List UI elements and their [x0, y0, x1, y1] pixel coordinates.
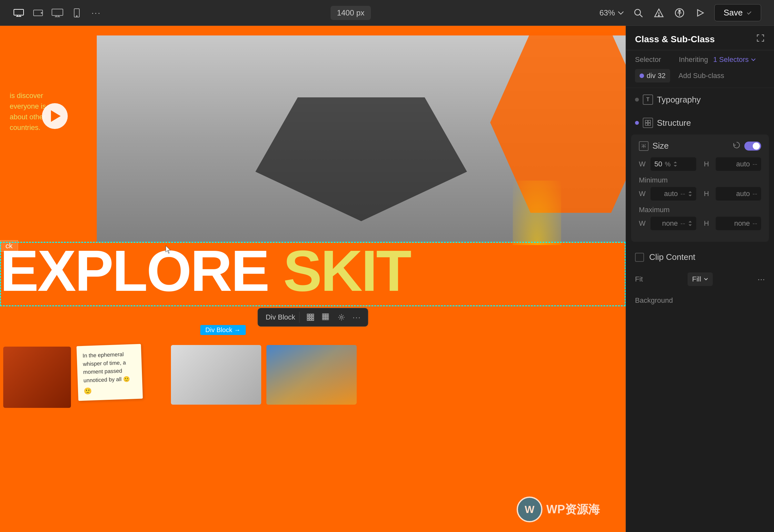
svg-point-44 [340, 316, 342, 318]
min-width-input[interactable]: auto -- [650, 187, 696, 201]
div32-dot [640, 74, 644, 78]
min-w-value: auto [654, 190, 678, 198]
more-devices-icon[interactable]: ··· [90, 7, 102, 19]
desktop-device-icon[interactable] [13, 7, 25, 19]
more-options-icon[interactable]: ··· [350, 310, 364, 324]
ai-icon[interactable] [334, 310, 348, 324]
size-toggle[interactable] [744, 142, 761, 151]
width-display: 1400 px [331, 6, 371, 20]
maximum-label-wrap: Maximum [639, 206, 761, 214]
width-stepper[interactable] [673, 161, 678, 167]
selector-section: Selector Inheriting 1 Selectors div 32 A… [626, 50, 774, 88]
max-w-label: W [639, 219, 645, 228]
save-button[interactable]: Save [714, 4, 761, 21]
svg-rect-48 [648, 123, 650, 125]
monitor-device-icon[interactable] [52, 7, 63, 19]
svg-rect-30 [325, 314, 327, 315]
width-input[interactable]: 50 % [650, 157, 696, 171]
selector-row: Selector Inheriting 1 Selectors [635, 55, 765, 64]
expand-panel-button[interactable] [756, 34, 765, 45]
toolbar-right: 63% [600, 4, 761, 21]
div-block-toolbar: Div Block [258, 308, 368, 327]
div32-text: div 32 [647, 72, 666, 80]
bottom-img-2 [266, 345, 357, 405]
zoom-control[interactable]: 63% [600, 8, 624, 17]
bottom-section: In the ephemeral whisper of time, a mome… [0, 340, 626, 532]
bottom-img-1 [171, 345, 261, 405]
min-h-label: H [704, 190, 710, 198]
height-input[interactable]: auto -- [716, 157, 761, 171]
div32-tag[interactable]: div 32 [635, 69, 670, 83]
hero-text-overlay: is discover everyone is about other coun… [10, 90, 46, 133]
add-subclass-button[interactable]: Add Sub-class [674, 69, 729, 83]
max-h-label: H [704, 219, 710, 228]
max-width-stepper[interactable] [688, 221, 692, 226]
max-width-input[interactable]: none -- [650, 217, 696, 230]
width-label: W [639, 160, 645, 168]
bottom-red-card [3, 347, 71, 408]
size-card-header: Size [639, 141, 761, 151]
typography-dot [635, 98, 639, 102]
structure-section-header[interactable]: Structure [626, 111, 774, 134]
search-icon[interactable] [632, 6, 645, 19]
clip-content-checkbox[interactable] [635, 253, 644, 262]
size-card-actions [733, 141, 761, 151]
play-preview-icon[interactable] [694, 6, 707, 19]
min-height-input[interactable]: auto -- [716, 187, 761, 201]
bottom-images [171, 345, 357, 405]
max-w-value: none [654, 219, 678, 228]
svg-rect-42 [325, 319, 327, 320]
selector-inheriting: Inheriting [679, 55, 708, 64]
min-w-dash: -- [680, 190, 685, 198]
div-block-blue-label: Div Block → [200, 325, 246, 335]
note-card: In the ephemeral whisper of time, a mome… [76, 344, 143, 401]
skit-text: SKIT [268, 239, 410, 303]
selectors-dropdown[interactable]: 1 Selectors [713, 55, 756, 64]
svg-rect-33 [324, 315, 325, 317]
svg-rect-24 [312, 317, 313, 318]
svg-point-11 [76, 15, 77, 16]
max-height-input[interactable]: none -- [716, 217, 761, 230]
maximum-row: W none -- H none -- [639, 217, 761, 230]
tablet-landscape-device-icon[interactable] [32, 7, 44, 19]
svg-rect-27 [312, 319, 313, 320]
minimum-label: Minimum [639, 176, 668, 184]
panel-title: Class & Sub-Class [635, 34, 715, 44]
explore-section[interactable]: EXPLORE SKIT [0, 239, 626, 303]
play-icon [51, 110, 61, 122]
play-button[interactable] [42, 103, 68, 129]
selector-label: Selector [635, 55, 674, 64]
fit-more-button[interactable]: ··· [758, 274, 765, 284]
svg-rect-26 [310, 319, 311, 320]
svg-rect-23 [310, 317, 311, 318]
canvas[interactable]: is discover everyone is about other coun… [0, 26, 626, 532]
max-h-dash: -- [752, 219, 757, 228]
min-w-label: W [639, 190, 645, 198]
fit-select[interactable]: Fill [688, 272, 713, 286]
height-value: auto [719, 160, 750, 168]
svg-rect-32 [322, 315, 323, 317]
background-section: Background [626, 291, 774, 310]
warning-icon[interactable] [652, 6, 665, 19]
min-width-stepper[interactable] [688, 191, 692, 197]
right-panel: Class & Sub-Class Selector Inheriting 1 … [626, 26, 774, 532]
svg-rect-31 [327, 314, 328, 315]
svg-rect-47 [645, 123, 648, 125]
svg-point-12 [635, 9, 640, 15]
fit-row: Fit Fill ··· [626, 267, 774, 291]
svg-rect-35 [327, 315, 328, 317]
svg-rect-40 [322, 319, 323, 320]
panel-header: Class & Sub-Class [626, 26, 774, 50]
svg-rect-39 [327, 317, 328, 318]
max-h-value: none [719, 219, 750, 228]
svg-rect-19 [307, 314, 309, 316]
height-dash: -- [752, 160, 757, 168]
maximum-label: Maximum [639, 206, 670, 214]
mobile-device-icon[interactable] [71, 7, 83, 19]
reset-size-button[interactable] [733, 141, 740, 151]
grid-4-icon[interactable] [319, 310, 333, 324]
grid-3-icon[interactable] [303, 310, 317, 324]
background-label: Background [635, 296, 673, 304]
typography-section-header[interactable]: T Typography [626, 88, 774, 111]
accessibility-icon[interactable] [673, 6, 686, 19]
